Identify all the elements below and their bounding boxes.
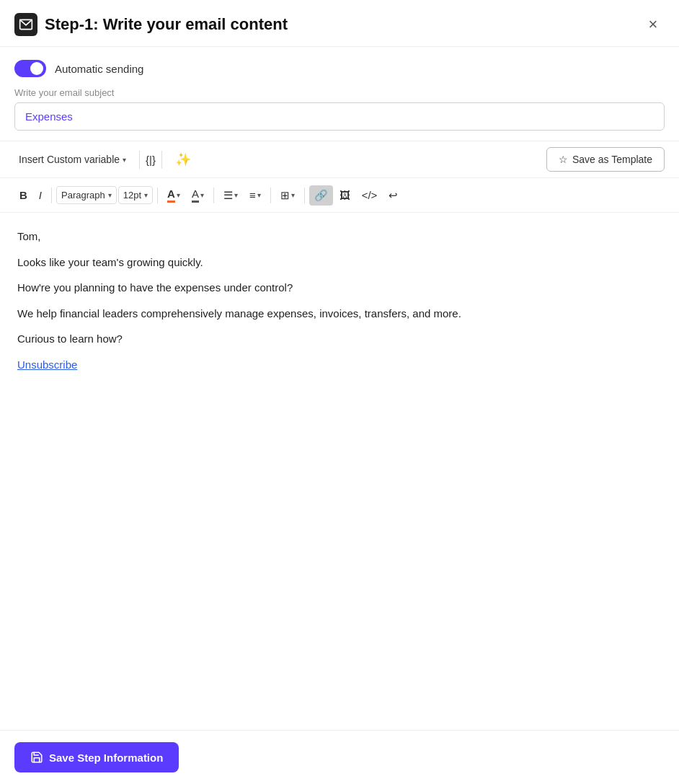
code-icon: {|}: [146, 154, 156, 166]
toolbar-left: Insert Custom variable ▾ {|} ✨: [14, 149, 195, 170]
table-button[interactable]: ⊞ ▾: [275, 185, 300, 206]
highlight-color-button[interactable]: A ▾: [187, 184, 209, 206]
image-button[interactable]: 🖼: [334, 185, 355, 205]
font-size-label: 12pt: [123, 190, 141, 201]
paragraph-style-label: Paragraph: [61, 190, 105, 201]
insert-custom-variable-label: Insert Custom variable: [19, 154, 120, 165]
bullet-list-icon: ☰: [223, 189, 233, 202]
richtext-toolbar: B I Paragraph ▾ 12pt ▾ A ▾ A ▾ ☰ ▾ ≡ ▾ ⊞…: [0, 178, 679, 213]
save-template-label: Save as Template: [572, 154, 652, 165]
toolbar-divider-4: [270, 188, 271, 203]
email-icon: [14, 13, 37, 36]
footer: Save Step Information: [0, 730, 679, 784]
toolbar-row: Insert Custom variable ▾ {|} ✨ ☆ Save as…: [0, 141, 679, 178]
ordered-chevron-icon: ▾: [257, 191, 261, 199]
close-button[interactable]: ×: [642, 13, 665, 36]
save-step-button[interactable]: Save Step Information: [14, 742, 179, 772]
header-left: Step-1: Write your email content: [14, 13, 288, 36]
editor-line-3: How're you planning to have the expenses…: [17, 278, 662, 297]
unsubscribe-link[interactable]: Unsubscribe: [17, 358, 77, 371]
editor-line-4: We help financial leaders comprehensivel…: [17, 304, 662, 323]
font-color-icon: A: [167, 188, 175, 203]
code-view-icon: </>: [362, 189, 378, 201]
insert-custom-variable-button[interactable]: Insert Custom variable ▾: [14, 151, 130, 168]
font-color-chevron-icon: ▾: [177, 191, 180, 199]
header: Step-1: Write your email content ×: [0, 0, 679, 47]
magic-wand-button[interactable]: ✨: [171, 149, 195, 170]
code-view-button[interactable]: </>: [357, 185, 383, 205]
bullet-list-button[interactable]: ☰ ▾: [218, 185, 243, 206]
paragraph-chevron-icon: ▾: [108, 191, 112, 199]
subject-label: Write your email subject: [14, 87, 665, 98]
star-icon: ☆: [559, 154, 568, 165]
toolbar-divider-3: [213, 188, 214, 203]
toggle-label: Automatic sending: [55, 63, 143, 75]
editor-area[interactable]: Tom, Looks like your team's growing quic…: [0, 213, 679, 631]
image-icon: 🖼: [340, 189, 350, 201]
highlight-icon: A: [192, 188, 199, 203]
italic-button[interactable]: I: [34, 185, 47, 205]
undo-button[interactable]: ↩: [383, 185, 403, 206]
code-button[interactable]: {|}: [139, 151, 162, 169]
toggle-row: Automatic sending: [0, 47, 679, 87]
subject-input[interactable]: [14, 102, 665, 131]
automatic-sending-toggle[interactable]: [14, 60, 46, 77]
table-chevron-icon: ▾: [291, 191, 295, 199]
chevron-down-icon: ▾: [123, 156, 126, 164]
ordered-list-icon: ≡: [249, 189, 256, 201]
paragraph-style-select[interactable]: Paragraph ▾: [56, 186, 117, 204]
ordered-list-button[interactable]: ≡ ▾: [244, 185, 266, 205]
toolbar-divider-1: [51, 188, 52, 203]
fontsize-chevron-icon: ▾: [144, 191, 148, 199]
save-icon: [30, 751, 43, 764]
bullet-chevron-icon: ▾: [234, 191, 238, 199]
page-title: Step-1: Write your email content: [45, 15, 288, 34]
bold-button[interactable]: B: [14, 185, 32, 205]
link-icon: 🔗: [314, 189, 328, 202]
font-color-button[interactable]: A ▾: [162, 184, 185, 206]
table-icon: ⊞: [280, 189, 290, 202]
font-size-select[interactable]: 12pt ▾: [118, 186, 153, 204]
editor-line-2: Looks like your team's growing quickly.: [17, 253, 662, 272]
toolbar-divider-5: [304, 188, 305, 203]
undo-icon: ↩: [389, 189, 398, 202]
magic-wand-icon: ✨: [175, 152, 191, 167]
link-button[interactable]: 🔗: [309, 185, 333, 206]
save-as-template-button[interactable]: ☆ Save as Template: [546, 147, 665, 172]
save-step-label: Save Step Information: [49, 752, 163, 764]
highlight-chevron-icon: ▾: [200, 191, 204, 199]
subject-section: Write your email subject: [0, 87, 679, 141]
editor-line-1: Tom,: [17, 227, 662, 246]
toolbar-divider-2: [157, 188, 158, 203]
editor-line-5: Curious to learn how?: [17, 330, 662, 348]
